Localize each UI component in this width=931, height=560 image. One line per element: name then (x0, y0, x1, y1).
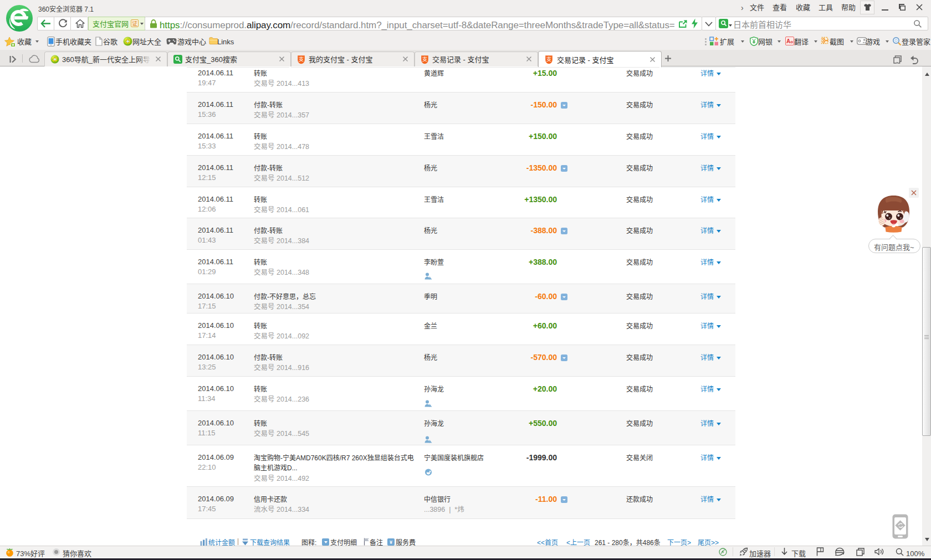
svg-text:支: 支 (546, 55, 552, 63)
svg-text:支: 支 (422, 55, 428, 63)
svg-text:支: 支 (299, 55, 304, 63)
